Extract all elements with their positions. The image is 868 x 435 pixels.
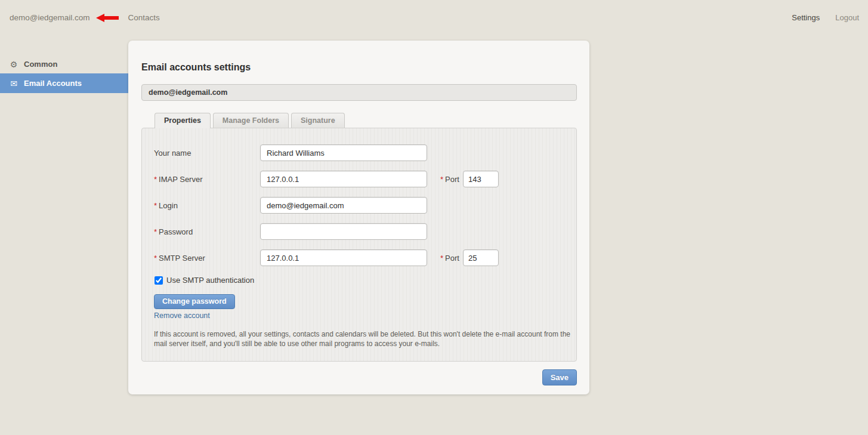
imap-port-label: *Port [440,175,463,184]
gear-icon: ⚙ [8,60,19,69]
annotation-arrow-icon [96,14,119,22]
change-password-button[interactable]: Change password [154,294,235,309]
password-input[interactable] [260,223,427,240]
tab-properties[interactable]: Properties [155,113,211,128]
smtp-server-input[interactable] [260,249,427,266]
remove-account-link[interactable]: Remove account [154,311,210,320]
envelope-icon: ✉ [8,79,19,88]
sidebar-item-label: Common [24,60,57,69]
your-name-row: Your name [154,144,576,161]
save-button[interactable]: Save [542,369,577,385]
page-title: Email accounts settings [141,62,251,73]
sidebar-item-label: Email Accounts [24,79,82,88]
sidebar-item-email-accounts[interactable]: ✉ Email Accounts [0,73,129,93]
email-accounts-settings-card: Email accounts settings demo@iedgemail.c… [128,41,589,394]
login-row: *Login [154,197,576,214]
smtp-server-label: *SMTP Server [154,254,260,263]
settings-sidebar: ⚙ Common ✉ Email Accounts [0,55,129,93]
smtp-port-label: *Port [440,254,463,263]
smtp-port-input[interactable] [463,249,499,266]
tab-manage-folders[interactable]: Manage Folders [213,113,289,128]
remove-account-note: If this account is removed, all your set… [154,329,572,348]
imap-server-label: *IMAP Server [154,175,260,184]
settings-link[interactable]: Settings [792,13,820,22]
tab-bar: Properties Manage Folders Signature [141,113,345,128]
your-name-input[interactable] [260,144,427,161]
imap-server-input[interactable] [260,171,427,187]
logout-link[interactable]: Logout [835,13,859,22]
imap-server-row: *IMAP Server *Port [154,171,576,187]
smtp-server-row: *SMTP Server *Port [154,249,576,266]
your-name-label: Your name [154,149,260,158]
sidebar-item-common[interactable]: ⚙ Common [0,55,129,73]
tab-signature[interactable]: Signature [291,113,345,128]
account-display-bar[interactable]: demo@iedgemail.com [141,84,577,101]
contacts-link[interactable]: Contacts [128,13,160,22]
arrow-tail [104,16,119,20]
top-bar: demo@iedgemail.com Contacts Settings Log… [0,0,868,30]
properties-panel: Your name *IMAP Server *Port *Login *Pas… [141,128,577,362]
password-row: *Password [154,223,576,240]
login-label: *Login [154,201,260,210]
arrow-head [96,14,104,22]
smtp-auth-row: Use SMTP authentication [154,276,576,285]
account-email-menu[interactable]: demo@iedgemail.com [10,13,90,22]
smtp-auth-checkbox[interactable] [155,276,163,285]
login-input[interactable] [260,197,427,214]
imap-port-input[interactable] [463,171,499,187]
smtp-auth-label[interactable]: Use SMTP authentication [166,276,254,285]
password-label: *Password [154,227,260,236]
